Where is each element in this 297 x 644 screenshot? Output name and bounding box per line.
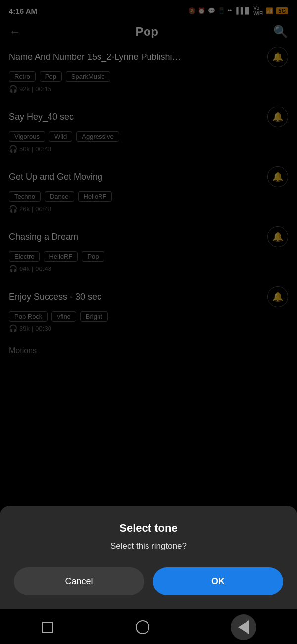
select-tone-dialog: Select tone Select this ringtone? Cancel… bbox=[0, 506, 297, 609]
dialog-buttons: Cancel OK bbox=[14, 567, 283, 595]
dialog-message: Select this ringtone? bbox=[14, 541, 283, 551]
triangle-icon bbox=[238, 620, 249, 634]
ok-button[interactable]: OK bbox=[153, 567, 283, 595]
back-nav-button[interactable] bbox=[231, 614, 256, 640]
home-button[interactable] bbox=[136, 620, 149, 634]
nav-bar bbox=[0, 610, 297, 644]
circle-icon bbox=[136, 620, 149, 634]
square-icon bbox=[42, 622, 53, 633]
cancel-button[interactable]: Cancel bbox=[14, 567, 144, 595]
recent-apps-button[interactable] bbox=[41, 620, 54, 634]
dialog-title: Select tone bbox=[14, 522, 283, 535]
